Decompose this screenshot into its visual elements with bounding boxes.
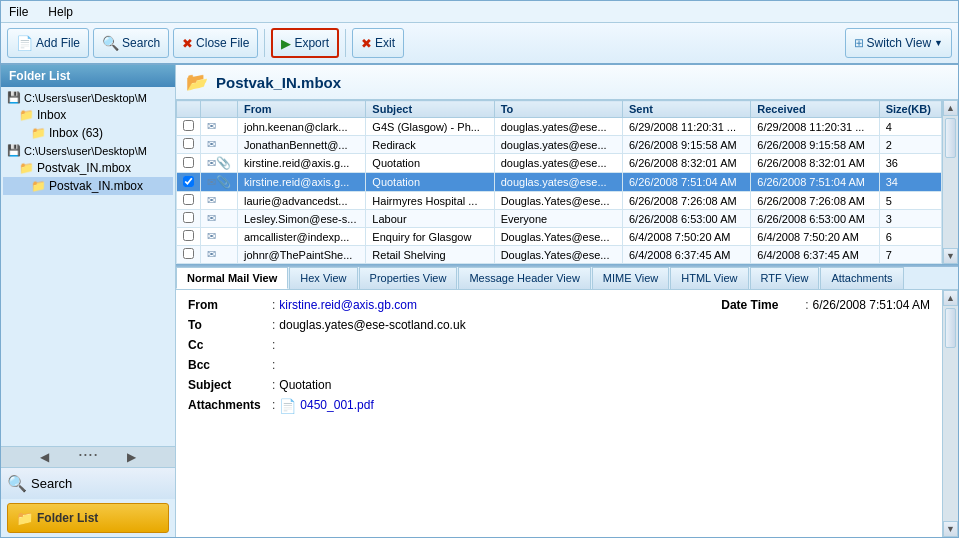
- tab-html-view[interactable]: HTML View: [670, 267, 748, 289]
- tab-attachments[interactable]: Attachments: [820, 267, 903, 289]
- preview-scroll-down[interactable]: ▼: [943, 521, 958, 537]
- tree-item-inbox[interactable]: 📁 Inbox: [3, 106, 173, 124]
- row-to: Douglas.Yates@ese...: [494, 246, 622, 264]
- datetime-field: Date Time : 6/26/2008 7:51:04 AM: [721, 298, 930, 312]
- row-checkbox[interactable]: [177, 118, 201, 136]
- scroll-right-icon[interactable]: ▶: [127, 450, 136, 464]
- row-checkbox[interactable]: [177, 246, 201, 264]
- menu-help[interactable]: Help: [44, 4, 77, 20]
- sidebar-search-btn[interactable]: 🔍 Search: [1, 467, 175, 499]
- row-sent: 6/4/2008 6:37:45 AM: [622, 246, 750, 264]
- row-sent: 6/26/2008 7:51:04 AM: [622, 173, 750, 192]
- folder-header: 📂 Postvak_IN.mbox: [176, 65, 958, 100]
- chevron-down-icon: ▼: [934, 38, 943, 48]
- table-row[interactable]: ✉ johnr@ThePaintShe... Retail Shelving D…: [177, 246, 942, 264]
- table-row[interactable]: ✉ Lesley.Simon@ese-s... Labour Everyone …: [177, 210, 942, 228]
- folder-tree[interactable]: 💾 C:\Users\user\Desktop\M 📁 Inbox 📁 Inbo…: [1, 87, 175, 446]
- col-from[interactable]: From: [238, 101, 366, 118]
- table-row[interactable]: ✉ john.keenan@clark... G4S (Glasgow) - P…: [177, 118, 942, 136]
- attachments-value[interactable]: 0450_001.pdf: [300, 398, 373, 412]
- row-checkbox[interactable]: [177, 136, 201, 154]
- folder-header-icon: 📂: [186, 71, 208, 93]
- col-checkbox: [177, 101, 201, 118]
- to-label: To: [188, 318, 268, 332]
- col-received[interactable]: Received: [751, 101, 879, 118]
- to-value: douglas.yates@ese-scotland.co.uk: [279, 318, 465, 332]
- from-field: From : kirstine.reid@axis.gb.com: [188, 298, 417, 312]
- preview-scroll-up[interactable]: ▲: [943, 290, 958, 306]
- col-subject[interactable]: Subject: [366, 101, 494, 118]
- row-sent: 6/26/2008 8:32:01 AM: [622, 154, 750, 173]
- scroll-dots: • • • •: [79, 450, 97, 464]
- search-button[interactable]: 🔍 Search: [93, 28, 169, 58]
- table-row[interactable]: ✉ JonathanBennett@... Redirack douglas.y…: [177, 136, 942, 154]
- scroll-arrows: ◀ • • • • ▶: [40, 449, 136, 465]
- tab-rtf-view[interactable]: RTF View: [750, 267, 820, 289]
- table-header-row: From Subject To Sent Received Size(KB): [177, 101, 942, 118]
- row-checkbox[interactable]: [177, 210, 201, 228]
- row-received: 6/4/2008 6:37:45 AM: [751, 246, 879, 264]
- row-envelope: ✉: [201, 118, 238, 136]
- cc-field: Cc :: [188, 338, 930, 352]
- row-sent: 6/26/2008 7:26:08 AM: [622, 192, 750, 210]
- table-row[interactable]: ✉ amcallister@indexp... Enquiry for Glas…: [177, 228, 942, 246]
- sidebar-title: Folder List: [1, 65, 175, 87]
- tree-item-inbox63[interactable]: 📁 Inbox (63): [3, 124, 173, 142]
- row-checkbox[interactable]: [177, 173, 201, 192]
- tree-item-drive2[interactable]: 💾 C:\Users\user\Desktop\M: [3, 142, 173, 159]
- email-list: From Subject To Sent Received Size(KB): [176, 100, 942, 264]
- row-checkbox[interactable]: [177, 154, 201, 173]
- row-from: amcallister@indexp...: [238, 228, 366, 246]
- datetime-value: 6/26/2008 7:51:04 AM: [813, 298, 930, 312]
- row-from: Lesley.Simon@ese-s...: [238, 210, 366, 228]
- row-size: 6: [879, 228, 941, 246]
- preview-scroll-track[interactable]: [943, 306, 958, 521]
- export-button[interactable]: ▶ Export: [271, 28, 339, 58]
- sidebar-scroll: ◀ • • • • ▶: [1, 447, 175, 467]
- drive-icon2: 💾: [7, 144, 21, 157]
- menu-file[interactable]: File: [5, 4, 32, 20]
- row-from: laurie@advancedst...: [238, 192, 366, 210]
- col-to[interactable]: To: [494, 101, 622, 118]
- scroll-track[interactable]: [943, 116, 958, 248]
- scroll-down-btn[interactable]: ▼: [943, 248, 958, 264]
- tree-label: C:\Users\user\Desktop\M: [24, 92, 147, 104]
- scroll-thumb[interactable]: [945, 118, 956, 158]
- preview-content: From : kirstine.reid@axis.gb.com Date Ti…: [176, 290, 942, 537]
- switch-view-button[interactable]: ⊞ Switch View ▼: [845, 28, 952, 58]
- sidebar-folder-list-btn[interactable]: 📁 Folder List: [7, 503, 169, 533]
- tab-mime-view[interactable]: MIME View: [592, 267, 669, 289]
- row-checkbox[interactable]: [177, 228, 201, 246]
- col-sent[interactable]: Sent: [622, 101, 750, 118]
- tab-normal-mail-view[interactable]: Normal Mail View: [176, 267, 288, 289]
- tab-hex-view[interactable]: Hex View: [289, 267, 357, 289]
- email-list-scrollbar[interactable]: ▲ ▼: [942, 100, 958, 264]
- export-icon: ▶: [281, 36, 291, 51]
- preview-scroll-thumb[interactable]: [945, 308, 956, 348]
- table-row[interactable]: ✉📎 kirstine.reid@axis.g... Quotation dou…: [177, 173, 942, 192]
- tree-item-postvak1[interactable]: 📁 Postvak_IN.mbox: [3, 159, 173, 177]
- add-file-button[interactable]: 📄 Add File: [7, 28, 89, 58]
- tab-properties-view[interactable]: Properties View: [359, 267, 458, 289]
- table-row[interactable]: ✉📎 kirstine.reid@axis.g... Quotation dou…: [177, 154, 942, 173]
- email-table: From Subject To Sent Received Size(KB): [176, 100, 942, 264]
- tree-label: C:\Users\user\Desktop\M: [24, 145, 147, 157]
- col-flag: [201, 101, 238, 118]
- exit-button[interactable]: ✖ Exit: [352, 28, 404, 58]
- preview-from-row: From : kirstine.reid@axis.gb.com Date Ti…: [188, 298, 930, 312]
- preview-scrollbar[interactable]: ▲ ▼: [942, 290, 958, 537]
- row-received: 6/26/2008 7:26:08 AM: [751, 192, 879, 210]
- folder-icon: 📁: [19, 108, 34, 122]
- scroll-up-btn[interactable]: ▲: [943, 100, 958, 116]
- tree-item-drive1[interactable]: 💾 C:\Users\user\Desktop\M: [3, 89, 173, 106]
- row-checkbox[interactable]: [177, 192, 201, 210]
- col-size[interactable]: Size(KB): [879, 101, 941, 118]
- row-envelope: ✉: [201, 136, 238, 154]
- row-to: Douglas.Yates@ese...: [494, 192, 622, 210]
- tab-message-header-view[interactable]: Message Header View: [458, 267, 590, 289]
- close-file-button[interactable]: ✖ Close File: [173, 28, 258, 58]
- scroll-left-icon[interactable]: ◀: [40, 450, 49, 464]
- table-row[interactable]: ✉ laurie@advancedst... Hairmyres Hospita…: [177, 192, 942, 210]
- tree-item-postvak2[interactable]: 📁 Postvak_IN.mbox: [3, 177, 173, 195]
- row-to: douglas.yates@ese...: [494, 118, 622, 136]
